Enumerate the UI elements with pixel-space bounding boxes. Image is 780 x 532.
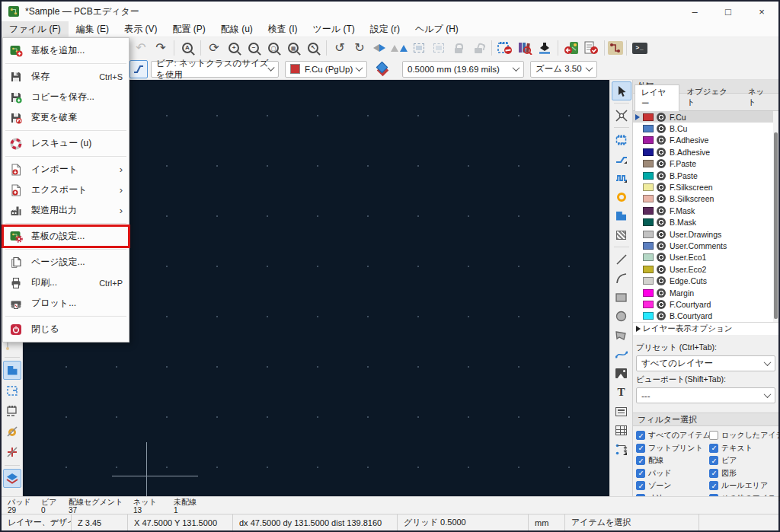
layer-row[interactable]: F.Cu	[633, 111, 778, 123]
checkbox[interactable]	[709, 469, 718, 478]
menu-item-append-board[interactable]: 基板を追加...	[3, 40, 129, 61]
layer-color-swatch[interactable]	[643, 148, 654, 156]
visibility-eye-icon[interactable]	[657, 288, 666, 298]
visibility-eye-icon[interactable]	[657, 124, 666, 133]
checkbox[interactable]	[636, 469, 645, 478]
layer-color-swatch[interactable]	[643, 242, 654, 250]
layer-color-swatch[interactable]	[643, 136, 654, 144]
visibility-eye-icon[interactable]	[657, 135, 666, 145]
filter-tracks[interactable]: 配線	[636, 455, 709, 466]
group-icon[interactable]	[409, 39, 429, 57]
visibility-eye-icon[interactable]	[657, 159, 666, 168]
maximize-button[interactable]: □	[711, 2, 745, 21]
zone-fill-display-icon[interactable]	[3, 361, 21, 380]
visibility-eye-icon[interactable]	[657, 276, 666, 285]
scripting-console-icon[interactable]: >_	[630, 39, 650, 57]
checkbox[interactable]	[709, 456, 718, 465]
layer-color-swatch[interactable]	[643, 160, 654, 167]
layer-row[interactable]: F.Adhesive	[633, 135, 778, 146]
layer-manager-toggle-icon[interactable]	[3, 469, 21, 488]
net-highlight-icon[interactable]	[608, 41, 623, 55]
place-via-icon[interactable]	[612, 187, 631, 206]
menu-item-fabrication-outputs[interactable]: 製造用出力 ›	[3, 200, 129, 221]
visibility-eye-icon[interactable]	[657, 218, 666, 227]
preset-dropdown[interactable]: すべてのレイヤー	[636, 355, 775, 371]
zoom-to-selection-icon[interactable]: ↖	[303, 39, 323, 57]
visibility-eye-icon[interactable]	[657, 183, 666, 192]
place-image-icon[interactable]	[612, 364, 631, 383]
visibility-eye-icon[interactable]	[657, 194, 666, 203]
menu-item-revert[interactable]: 変更を破棄	[3, 107, 129, 128]
filter-locked-items[interactable]: ロックしたアイテム	[709, 430, 778, 441]
zoom-out-icon[interactable]: −	[244, 39, 264, 57]
checkbox[interactable]	[709, 481, 718, 490]
visibility-eye-icon[interactable]	[657, 253, 666, 262]
layer-row[interactable]: B.Mask	[633, 217, 778, 228]
lock-icon[interactable]	[449, 39, 468, 57]
menu-item-import[interactable]: インポート ›	[3, 159, 129, 180]
filter-all-items[interactable]: すべてのアイテム	[636, 430, 709, 441]
undo-icon[interactable]: ↶	[131, 39, 151, 57]
menu-item-save[interactable]: 保存 Ctrl+S	[3, 66, 129, 87]
find-icon[interactable]: A	[177, 39, 197, 57]
place-text-icon[interactable]: T	[612, 383, 631, 402]
draw-arc-icon[interactable]	[612, 269, 631, 288]
layer-color-swatch[interactable]	[643, 172, 654, 180]
layer-color-swatch[interactable]	[643, 113, 654, 121]
layer-row[interactable]: B.Adhesive	[633, 146, 778, 158]
menu-route[interactable]: 配線 (u)	[213, 21, 261, 37]
layer-color-swatch[interactable]	[643, 207, 654, 215]
menu-edit[interactable]: 編集 (E)	[69, 21, 117, 37]
ratsnest-display-icon[interactable]	[3, 402, 21, 421]
grid-dropdown[interactable]: 0.5000 mm (19.69 mils)	[402, 61, 524, 78]
local-ratsnest-icon[interactable]	[612, 106, 631, 125]
active-layer-dropdown[interactable]: F.Cu (PgUp)	[285, 61, 367, 78]
filter-vias[interactable]: ビア	[709, 455, 778, 466]
tab-nets[interactable]: ネット	[741, 84, 778, 110]
tune-track-length-icon[interactable]	[612, 168, 631, 187]
viewport-dropdown[interactable]: ---	[636, 387, 775, 403]
menu-file[interactable]: ファイル (F)	[2, 21, 69, 37]
update-pcb-from-schematic-icon[interactable]	[561, 39, 581, 57]
refresh-view-icon[interactable]: ⟳	[204, 39, 224, 57]
menu-view[interactable]: 表示 (V)	[117, 21, 165, 37]
rotate-ccw-icon[interactable]: ↺	[330, 39, 350, 57]
filter-pads[interactable]: パッド	[636, 468, 709, 479]
layer-row[interactable]: B.Courtyard	[633, 311, 778, 322]
via-display-icon[interactable]	[3, 422, 21, 441]
layer-color-swatch[interactable]	[643, 125, 654, 132]
filter-graphics[interactable]: 図形	[709, 468, 778, 479]
layer-row[interactable]: Margin	[633, 287, 778, 298]
layer-color-swatch[interactable]	[643, 183, 654, 191]
flip-board-view-icon[interactable]	[369, 39, 389, 57]
checkbox[interactable]	[636, 481, 645, 490]
checkbox[interactable]	[709, 444, 718, 453]
menu-item-board-setup[interactable]: 基板の設定...	[3, 226, 129, 247]
layer-row[interactable]: B.Paste	[633, 170, 778, 181]
filter-text[interactable]: テキスト	[709, 443, 778, 454]
draw-rule-area-icon[interactable]	[612, 225, 631, 244]
tab-objects[interactable]: オブジェクト	[679, 84, 740, 110]
unlock-icon[interactable]	[468, 39, 488, 57]
minimize-button[interactable]: –	[678, 2, 711, 21]
draw-bezier-icon[interactable]	[612, 345, 631, 364]
place-dimension-icon[interactable]	[612, 440, 631, 459]
filter-rule-areas[interactable]: ルールエリア	[709, 480, 778, 491]
filter-footprints[interactable]: フットプリント	[636, 443, 709, 454]
layer-row[interactable]: B.Cu	[633, 123, 778, 134]
checkbox[interactable]	[636, 431, 645, 440]
footprint-consistency-check-icon[interactable]	[495, 39, 515, 57]
menu-item-print[interactable]: 印刷... Ctrl+P	[3, 272, 129, 293]
visibility-eye-icon[interactable]	[657, 311, 666, 320]
place-table-icon[interactable]	[612, 421, 631, 440]
menu-item-exit[interactable]: 閉じる	[3, 319, 129, 339]
menu-item-export[interactable]: エクスポート ›	[3, 180, 129, 200]
mirror-icon[interactable]	[389, 39, 409, 57]
checkbox[interactable]	[709, 431, 718, 440]
layer-color-swatch[interactable]	[643, 253, 654, 261]
design-rules-checker-icon[interactable]	[581, 39, 601, 57]
draw-line-icon[interactable]	[612, 250, 631, 269]
menu-help[interactable]: ヘルプ (H)	[408, 21, 466, 37]
layer-row[interactable]: User.Drawings	[633, 228, 778, 240]
menu-item-page-settings[interactable]: ページ設定...	[3, 252, 129, 272]
